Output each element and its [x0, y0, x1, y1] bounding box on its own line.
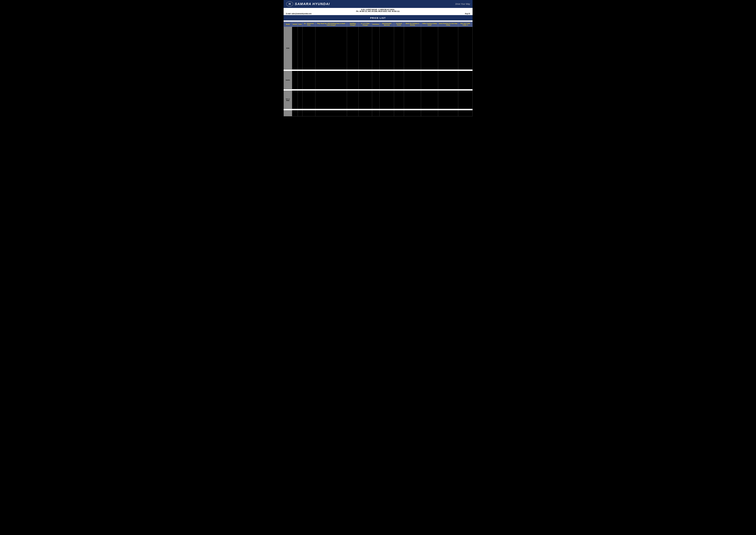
santro-onroad-1 [394, 71, 404, 89]
santro-extra-1 [438, 71, 458, 89]
col-variant: Variant [292, 22, 298, 27]
i10-extra-1 [438, 91, 458, 109]
tagline: Drive Your Way [455, 3, 470, 5]
empty-basic-1 [404, 110, 421, 116]
empty-insurance-1 [372, 110, 380, 116]
model-empty [284, 110, 292, 116]
eon-hsr-1 [359, 27, 372, 70]
eon-extra-1 [438, 27, 458, 70]
santro-reg-1 [315, 71, 347, 89]
empty-teflon-1 [421, 110, 438, 116]
santro-rsa-1 [458, 71, 472, 89]
i10-hsr-1 [359, 91, 372, 109]
empty-reg-1 [315, 110, 347, 116]
model-eon: EON [284, 27, 292, 70]
table-row: i10 1.1 IRDE [284, 91, 472, 109]
empty-handling-1 [347, 110, 359, 116]
col-hsr-plate: H. S. R. Plate Charges [359, 22, 372, 27]
i10-insurance-1 [372, 91, 380, 109]
email-label: E-mail: sales@samarahyundai.com [286, 13, 311, 14]
email-date-row: E-mail: sales@samarahyundai.com Aug-15 [284, 13, 472, 15]
santro-ex-showroom-1 [302, 71, 315, 89]
spacer-row-2 [284, 89, 472, 91]
spacer-row-1 [284, 70, 472, 71]
table-row [284, 110, 472, 116]
address-line2: PH.: 46 555 111, 9871 00 2266, 98119 323… [284, 11, 472, 12]
price-list-title: PRICE LIST [370, 16, 386, 19]
col-reg-road-tax: Reg, Road Tax, MCD Parking Fees & Smart … [315, 22, 347, 27]
svg-text:H: H [289, 2, 291, 6]
santro-iiird-1 [380, 71, 394, 89]
eon-reg-1 [315, 27, 347, 70]
santro-teflon-1 [421, 71, 438, 89]
empty-ex-showroom-1 [302, 110, 315, 116]
empty-color-1 [298, 110, 303, 116]
col-insurance: Insurance [372, 22, 380, 27]
col-on-road-price: On Road Pricee [394, 22, 404, 27]
i10-handling-1 [347, 91, 359, 109]
col-iiird-extended: IIIrd Extended Warranty [380, 22, 394, 27]
table-row: EON [284, 27, 472, 70]
price-list-banner: PRICE LIST [284, 15, 472, 20]
empty-extra-1 [438, 110, 458, 116]
col-model: Model [284, 22, 292, 27]
model-i10: i10 1.1 IRDE [284, 91, 292, 109]
santro-variant-1 [292, 71, 298, 89]
date-label: Aug-15 [465, 13, 470, 14]
i10-teflon-1 [421, 91, 438, 109]
col-basic-kit: Basic Kit, Perfume & Divinity [404, 22, 421, 27]
i10-ex-showroom-1 [302, 91, 315, 109]
eon-color-1 [298, 27, 303, 70]
eon-variant-1 [292, 27, 298, 70]
i10-rsa-1 [458, 91, 472, 109]
col-rsa: RSA 3rd Yr/4th Yr/5th Yr [458, 22, 472, 27]
address-line1: B-35, LAJPAT NAGAR - II, NEW DELHI 11002… [284, 9, 472, 11]
col-handling: Handling Charges [347, 22, 359, 27]
col-extra-premium: Extra Premium for Zero Dep Policy [438, 22, 458, 27]
i10-basic-1 [404, 91, 421, 109]
santro-hsr-1 [359, 71, 372, 89]
santro-color-1 [298, 71, 303, 89]
empty-onroad-1 [394, 110, 404, 116]
spacer-cell-2 [284, 89, 472, 91]
table-row: Santro [284, 71, 472, 89]
i10-color-1 [298, 91, 303, 109]
empty-rsa-1 [458, 110, 472, 116]
eon-basic-1 [404, 27, 421, 70]
address-block: B-35, LAJPAT NAGAR - II, NEW DELHI 11002… [284, 8, 472, 13]
header-top-bar: H SAMARA HYUNDAI Drive Your Way [284, 0, 472, 8]
eon-ex-showroom-1 [302, 27, 315, 70]
eon-iiird-1 [380, 27, 394, 70]
eon-onroad-1 [394, 27, 404, 70]
eon-insurance-1 [372, 27, 380, 70]
eon-rsa-1 [458, 27, 472, 70]
i10-reg-1 [315, 91, 347, 109]
spacer-cell-3 [284, 109, 472, 110]
hyundai-logo-icon: H [286, 1, 293, 7]
logo-area: H SAMARA HYUNDAI [286, 1, 330, 7]
empty-hsr-1 [359, 110, 372, 116]
price-table: Model Variant Color Ex - Showrrom Price … [284, 22, 472, 116]
i10-onroad-1 [394, 91, 404, 109]
i10-iiird-1 [380, 91, 394, 109]
eon-teflon-1 [421, 27, 438, 70]
page-wrapper: H SAMARA HYUNDAI Drive Your Way B-35, LA… [284, 0, 472, 116]
i10-variant-1 [292, 91, 298, 109]
empty-variant-1 [292, 110, 298, 116]
brand-name: SAMARA HYUNDAI [295, 2, 330, 6]
col-teflon-coating: Teflon Coating & Body Cover [421, 22, 438, 27]
santro-basic-1 [404, 71, 421, 89]
spacer-row-3 [284, 109, 472, 110]
eon-handling-1 [347, 27, 359, 70]
spacer-cell-1 [284, 70, 472, 71]
col-ex-showroom: Ex - Showrrom Price [302, 22, 315, 27]
model-santro: Santro [284, 71, 292, 89]
empty-iiird-1 [380, 110, 394, 116]
santro-insurance-1 [372, 71, 380, 89]
col-color: Color [298, 22, 303, 27]
table-header-row: Model Variant Color Ex - Showrrom Price … [284, 22, 472, 27]
santro-handling-1 [347, 71, 359, 89]
